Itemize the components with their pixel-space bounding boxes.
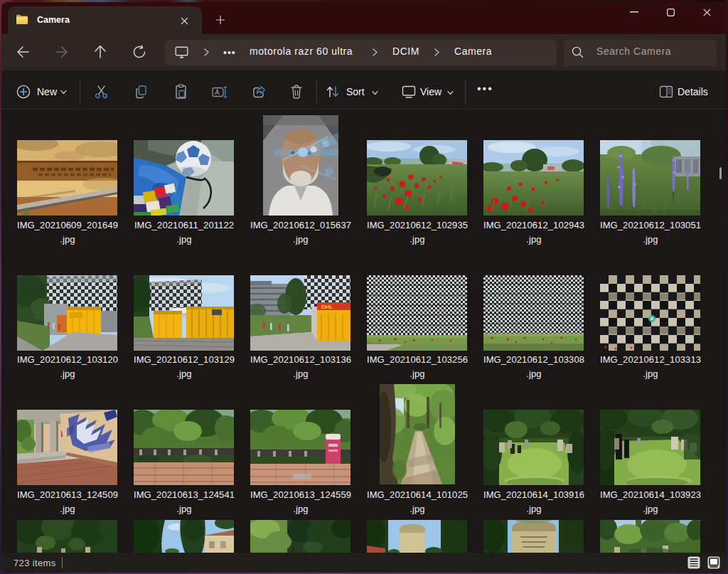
svg-text:DHL: DHL — [321, 304, 333, 310]
